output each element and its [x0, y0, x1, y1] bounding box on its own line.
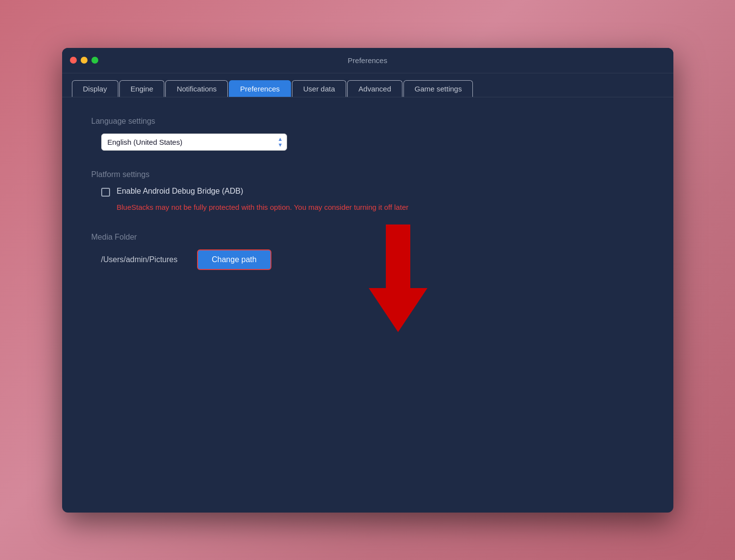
- adb-checkbox-row: Enable Android Debug Bridge (ADB): [101, 187, 644, 197]
- media-folder-path: /Users/admin/Pictures: [101, 255, 178, 264]
- maximize-button[interactable]: [91, 57, 98, 64]
- tab-user-data[interactable]: User data: [292, 80, 346, 97]
- preferences-window: Preferences Display Engine Notifications…: [62, 48, 673, 513]
- title-bar: Preferences: [62, 48, 673, 73]
- window-title: Preferences: [348, 56, 387, 65]
- minimize-button[interactable]: [81, 57, 88, 64]
- traffic-lights: [70, 57, 98, 64]
- language-select-wrapper: English (United States) Spanish French G…: [101, 134, 644, 151]
- adb-label: Enable Android Debug Bridge (ADB): [117, 187, 244, 196]
- close-button[interactable]: [70, 57, 77, 64]
- language-select[interactable]: English (United States) Spanish French G…: [101, 134, 287, 151]
- media-folder-section: Media Folder /Users/admin/Pictures Chang…: [91, 233, 644, 270]
- tab-game-settings[interactable]: Game settings: [403, 80, 473, 97]
- platform-settings-section: Platform settings Enable Android Debug B…: [91, 170, 644, 213]
- tab-engine[interactable]: Engine: [119, 80, 165, 97]
- tab-notifications[interactable]: Notifications: [165, 80, 228, 97]
- tab-bar: Display Engine Notifications Preferences…: [62, 73, 673, 97]
- adb-warning-text: BlueStacks may not be fully protected wi…: [117, 202, 410, 213]
- media-folder-row: /Users/admin/Pictures Change path: [101, 249, 644, 270]
- language-select-container: English (United States) Spanish French G…: [101, 134, 287, 151]
- svg-marker-1: [369, 288, 427, 332]
- change-path-button[interactable]: Change path: [197, 249, 271, 270]
- language-settings-label: Language settings: [91, 117, 644, 126]
- content-area: Language settings English (United States…: [62, 97, 673, 513]
- tab-advanced[interactable]: Advanced: [347, 80, 402, 97]
- adb-checkbox[interactable]: [101, 188, 110, 197]
- media-folder-label: Media Folder: [91, 233, 644, 242]
- tab-display[interactable]: Display: [72, 80, 118, 97]
- tab-preferences[interactable]: Preferences: [229, 80, 291, 97]
- platform-settings-label: Platform settings: [91, 170, 644, 179]
